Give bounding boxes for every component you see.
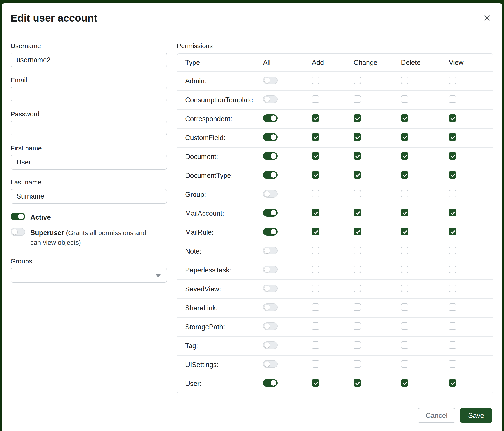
permission-delete-checkbox[interactable] xyxy=(401,360,408,368)
permission-change-checkbox[interactable] xyxy=(354,190,361,198)
permission-add-checkbox[interactable] xyxy=(312,114,319,122)
permission-delete-checkbox[interactable] xyxy=(401,228,408,235)
permission-delete-checkbox[interactable] xyxy=(401,341,408,349)
permission-view-checkbox[interactable] xyxy=(449,114,456,122)
permission-add-checkbox[interactable] xyxy=(312,360,319,368)
permission-row: MailRule: xyxy=(177,223,493,242)
permission-all-toggle[interactable] xyxy=(263,114,278,122)
permission-add-checkbox[interactable] xyxy=(312,228,319,235)
permission-add-checkbox[interactable] xyxy=(312,304,319,311)
permission-all-toggle[interactable] xyxy=(263,247,278,254)
permission-change-checkbox[interactable] xyxy=(354,285,361,292)
permission-delete-checkbox[interactable] xyxy=(401,322,408,330)
toggle-knob xyxy=(12,229,17,235)
permission-change-checkbox[interactable] xyxy=(354,266,361,273)
permission-add-checkbox[interactable] xyxy=(312,379,319,386)
permission-change-checkbox[interactable] xyxy=(354,379,361,386)
permission-view-checkbox[interactable] xyxy=(449,247,456,254)
permission-view-checkbox[interactable] xyxy=(449,285,456,292)
permission-view-checkbox[interactable] xyxy=(449,341,456,349)
permission-delete-checkbox[interactable] xyxy=(401,266,408,273)
permission-view-checkbox[interactable] xyxy=(449,77,456,84)
permission-add-checkbox[interactable] xyxy=(312,133,319,141)
permission-view-checkbox[interactable] xyxy=(449,171,456,179)
permission-change-checkbox[interactable] xyxy=(354,304,361,311)
email-input[interactable] xyxy=(10,87,167,101)
permission-delete-checkbox[interactable] xyxy=(401,190,408,198)
active-toggle[interactable] xyxy=(10,213,25,220)
permission-change-checkbox[interactable] xyxy=(354,360,361,368)
permission-view-checkbox[interactable] xyxy=(449,209,456,216)
permission-change-checkbox[interactable] xyxy=(354,171,361,179)
permission-add-checkbox[interactable] xyxy=(312,171,319,179)
permission-view-checkbox[interactable] xyxy=(449,152,456,160)
permission-add-checkbox[interactable] xyxy=(312,285,319,292)
groups-select[interactable] xyxy=(10,268,167,283)
permission-delete-checkbox[interactable] xyxy=(401,77,408,84)
permission-change-checkbox[interactable] xyxy=(354,152,361,160)
permission-all-toggle[interactable] xyxy=(263,379,278,387)
permission-view-checkbox[interactable] xyxy=(449,133,456,141)
permission-delete-checkbox[interactable] xyxy=(401,171,408,179)
permission-add-checkbox[interactable] xyxy=(312,77,319,84)
permission-all-toggle[interactable] xyxy=(263,171,278,179)
superuser-toggle[interactable] xyxy=(10,228,25,236)
permission-delete-checkbox[interactable] xyxy=(401,379,408,386)
permission-change-checkbox[interactable] xyxy=(354,247,361,254)
permission-view-checkbox[interactable] xyxy=(449,95,456,103)
permission-delete-checkbox[interactable] xyxy=(401,133,408,141)
permission-delete-checkbox[interactable] xyxy=(401,247,408,254)
column-header-type: Type xyxy=(177,59,263,67)
permission-all-toggle[interactable] xyxy=(263,77,278,84)
permission-delete-checkbox[interactable] xyxy=(401,285,408,292)
permission-change-checkbox[interactable] xyxy=(354,209,361,216)
permission-add-checkbox[interactable] xyxy=(312,190,319,198)
permission-delete-checkbox[interactable] xyxy=(401,152,408,160)
permission-change-checkbox[interactable] xyxy=(354,322,361,330)
permission-all-toggle[interactable] xyxy=(263,152,278,160)
permission-change-checkbox[interactable] xyxy=(354,77,361,84)
permission-add-checkbox[interactable] xyxy=(312,152,319,160)
permission-add-checkbox[interactable] xyxy=(312,341,319,349)
cancel-button[interactable]: Cancel xyxy=(418,408,455,423)
permission-view-checkbox[interactable] xyxy=(449,190,456,198)
permission-change-checkbox[interactable] xyxy=(354,114,361,122)
permission-delete-checkbox[interactable] xyxy=(401,304,408,311)
permission-view-checkbox[interactable] xyxy=(449,360,456,368)
permission-all-toggle[interactable] xyxy=(263,95,278,103)
permission-all-toggle[interactable] xyxy=(263,360,278,368)
permission-add-checkbox[interactable] xyxy=(312,209,319,216)
permission-view-checkbox[interactable] xyxy=(449,304,456,311)
permission-delete-checkbox[interactable] xyxy=(401,209,408,216)
permission-all-toggle[interactable] xyxy=(263,341,278,349)
permission-change-checkbox[interactable] xyxy=(354,95,361,103)
last-name-input[interactable] xyxy=(10,189,167,204)
permission-add-checkbox[interactable] xyxy=(312,266,319,273)
permission-view-checkbox[interactable] xyxy=(449,322,456,330)
first-name-input[interactable] xyxy=(10,155,167,170)
permission-view-checkbox[interactable] xyxy=(449,379,456,386)
permission-delete-checkbox[interactable] xyxy=(401,95,408,103)
permission-row: User: xyxy=(177,374,493,393)
permission-add-checkbox[interactable] xyxy=(312,247,319,254)
permission-all-toggle[interactable] xyxy=(263,285,278,292)
permission-change-checkbox[interactable] xyxy=(354,341,361,349)
permission-all-toggle[interactable] xyxy=(263,133,278,141)
permission-view-checkbox[interactable] xyxy=(449,228,456,235)
permission-all-toggle[interactable] xyxy=(263,322,278,330)
permission-add-checkbox[interactable] xyxy=(312,95,319,103)
permission-view-checkbox[interactable] xyxy=(449,266,456,273)
username-input[interactable] xyxy=(10,53,167,67)
permission-change-checkbox[interactable] xyxy=(354,228,361,235)
permission-all-toggle[interactable] xyxy=(263,190,278,198)
permission-all-toggle[interactable] xyxy=(263,266,278,273)
permission-add-checkbox[interactable] xyxy=(312,322,319,330)
close-icon[interactable]: × xyxy=(482,11,492,24)
permission-change-checkbox[interactable] xyxy=(354,133,361,141)
permission-delete-checkbox[interactable] xyxy=(401,114,408,122)
password-input[interactable] xyxy=(10,121,167,135)
permission-all-toggle[interactable] xyxy=(263,304,278,311)
permission-all-toggle[interactable] xyxy=(263,228,278,235)
save-button[interactable]: Save xyxy=(460,408,492,423)
permission-all-toggle[interactable] xyxy=(263,209,278,217)
